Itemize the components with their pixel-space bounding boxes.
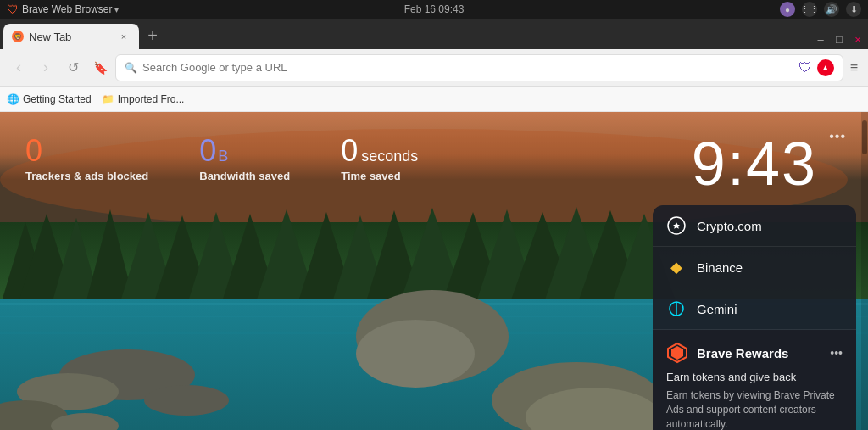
back-button[interactable]: ‹: [7, 56, 31, 80]
clock-options-button[interactable]: •••: [829, 129, 846, 144]
download-icon[interactable]: ⬇: [846, 2, 861, 17]
bandwidth-stat: 0 B Bandwidth saved: [199, 136, 290, 182]
network-icon[interactable]: ⋮⋮: [802, 2, 817, 17]
rewards-title: Brave Rewards: [697, 346, 788, 360]
widget-panel: Crypto.com ◆ Binance Gemini Brav: [653, 205, 856, 430]
bookmark-imported[interactable]: 📁 Imported Fro...: [102, 93, 185, 105]
tab-label: New Tab: [29, 31, 71, 43]
app-dropdown-arrow[interactable]: ▾: [114, 5, 119, 14]
time-label: Time saved: [341, 170, 418, 182]
active-tab[interactable]: 🦁 New Tab ×: [3, 24, 139, 49]
trackers-count: 0: [25, 136, 148, 166]
title-bar-right: ● ⋮⋮ 🔊 ⬇: [780, 2, 861, 17]
time-count: 0 seconds: [341, 136, 418, 166]
search-icon: 🔍: [125, 62, 137, 74]
binance-label: Binance: [697, 260, 743, 275]
forward-button[interactable]: ›: [34, 56, 58, 80]
brave-shield-toolbar-icon: 🛡: [798, 60, 812, 75]
rewards-tagline: Earn tokens and give back: [666, 371, 843, 383]
rewards-description: Earn tokens by viewing Brave Private Ads…: [666, 388, 843, 430]
time-stat: 0 seconds Time saved: [341, 136, 418, 182]
brave-shield-icon: 🛡: [7, 3, 19, 16]
tab-favicon: 🦁: [12, 31, 24, 42]
stats-section: 0 Trackers & ads blocked 0 B Bandwidth s…: [25, 136, 418, 182]
hamburger-menu-button[interactable]: ≡: [847, 60, 861, 75]
crypto-com-label: Crypto.com: [697, 219, 762, 233]
tab-bar: 🦁 New Tab × + – □ ×: [0, 19, 868, 49]
bandwidth-count: 0 B: [199, 136, 290, 166]
app-title: Brave Web Browser: [22, 3, 112, 15]
binance-icon: ◆: [666, 257, 687, 277]
bookmark-getting-started[interactable]: 🌐 Getting Started: [7, 93, 92, 105]
rewards-options-button[interactable]: •••: [830, 346, 843, 360]
trackers-stat: 0 Trackers & ads blocked: [25, 136, 148, 182]
gemini-icon: [666, 299, 687, 319]
tab-close-button[interactable]: ×: [117, 30, 131, 43]
datetime-display: Feb 16 09:43: [404, 3, 465, 15]
scrollbar[interactable]: [861, 112, 868, 430]
crypto-com-icon: [666, 215, 687, 236]
bookmark-imported-icon: 📁: [102, 93, 114, 105]
reload-button[interactable]: ↺: [61, 56, 85, 80]
bookmark-page-button[interactable]: 🔖: [88, 56, 112, 80]
maximize-button[interactable]: □: [832, 32, 846, 46]
bookmark-imported-label: Imported Fro...: [118, 93, 185, 105]
clock-display: 9:43: [692, 129, 817, 198]
widget-binance[interactable]: ◆ Binance: [653, 247, 856, 288]
scrollbar-thumb[interactable]: [862, 120, 867, 154]
widget-crypto-com[interactable]: Crypto.com: [653, 205, 856, 247]
svg-marker-36: [673, 222, 680, 229]
rewards-card: Brave Rewards ••• Earn tokens and give b…: [653, 330, 856, 430]
new-tab-button[interactable]: +: [141, 25, 164, 49]
time-unit: seconds: [361, 148, 418, 165]
widget-gemini[interactable]: Gemini: [653, 288, 856, 330]
title-bar: 🛡 Brave Web Browser ▾ Feb 16 09:43 ● ⋮⋮ …: [0, 0, 868, 19]
bandwidth-label: Bandwidth saved: [199, 170, 290, 182]
url-input[interactable]: [142, 61, 793, 74]
brave-rewards-icon: [666, 342, 688, 364]
address-bar[interactable]: 🔍 🛡 ▲: [115, 54, 843, 81]
bookmark-getting-started-label: Getting Started: [23, 93, 92, 105]
audio-icon[interactable]: 🔊: [824, 2, 839, 17]
bookmark-getting-started-icon: 🌐: [7, 93, 19, 105]
window-controls: – □ ×: [814, 32, 865, 49]
svg-marker-40: [671, 346, 683, 360]
bandwidth-unit: B: [218, 148, 228, 165]
toolbar: ‹ › ↺ 🔖 🔍 🛡 ▲ ≡: [0, 49, 868, 87]
gemini-label: Gemini: [697, 302, 737, 316]
main-content: 0 Trackers & ads blocked 0 B Bandwidth s…: [0, 112, 868, 430]
trackers-label: Trackers & ads blocked: [25, 170, 148, 182]
brave-rewards-toolbar-icon[interactable]: ▲: [817, 59, 834, 76]
minimize-button[interactable]: –: [814, 32, 827, 46]
rewards-header: Brave Rewards •••: [666, 342, 843, 364]
bookmarks-bar: 🌐 Getting Started 📁 Imported Fro...: [0, 87, 868, 112]
close-window-button[interactable]: ×: [851, 32, 865, 46]
profile-icon[interactable]: ●: [780, 2, 795, 17]
